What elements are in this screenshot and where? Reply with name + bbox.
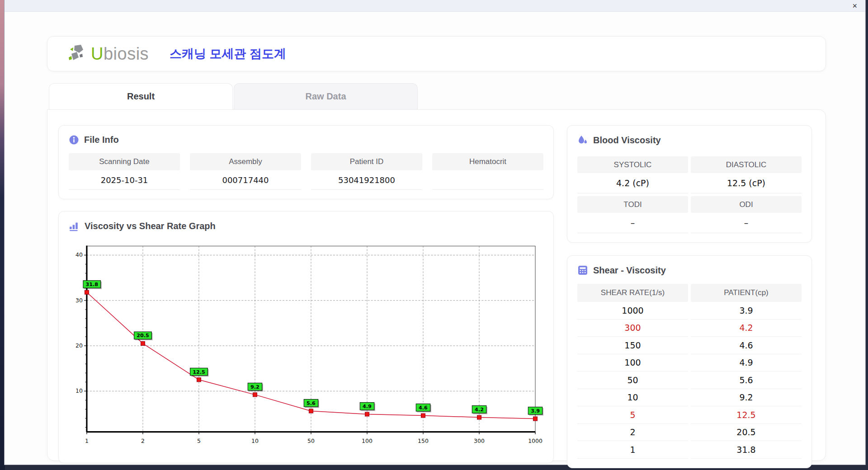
shear-rate-cell: 150 bbox=[577, 337, 688, 354]
ubiosis-logo-icon bbox=[67, 44, 88, 64]
app-header: Ubiosis 스캐닝 모세관 점도계 bbox=[47, 36, 826, 71]
shear-rate-cell: 2 bbox=[577, 424, 688, 442]
blood-viscosity-header: DIASTOLIC bbox=[691, 156, 802, 173]
svg-text:31.8: 31.8 bbox=[86, 282, 99, 287]
file-info-field-label: Hematocrit bbox=[432, 153, 543, 170]
patient-viscosity-cell: 4.2 bbox=[691, 320, 802, 337]
patient-viscosity-cell: 12.5 bbox=[691, 406, 802, 424]
svg-text:40: 40 bbox=[75, 251, 83, 258]
right-column: Blood Viscosity SYSTOLICDIASTOLIC4.2 (cP… bbox=[567, 125, 812, 450]
graph-title-row: Viscosity vs Shear Rate Graph bbox=[69, 221, 543, 231]
left-column: File Info Scanning Date2025-10-31Assembl… bbox=[58, 125, 554, 450]
shear-table-column-header: SHEAR RATE(1/s) bbox=[577, 284, 688, 302]
file-info-section: File Info Scanning Date2025-10-31Assembl… bbox=[58, 125, 554, 199]
file-info-field-scanning-date: Scanning Date2025-10-31 bbox=[69, 153, 180, 190]
table-row: 10003.9 bbox=[577, 302, 802, 320]
file-info-field-patient-id: Patient ID53041921800 bbox=[311, 153, 422, 190]
patient-viscosity-cell: 4.9 bbox=[691, 354, 802, 372]
patient-viscosity-cell: 20.5 bbox=[691, 424, 802, 442]
patient-viscosity-cell: 3.9 bbox=[691, 302, 802, 320]
file-info-title: File Info bbox=[84, 135, 119, 145]
blood-viscosity-value: 4.2 (cP) bbox=[577, 173, 688, 193]
svg-text:20.5: 20.5 bbox=[137, 333, 149, 338]
tab-raw-data[interactable]: Raw Data bbox=[234, 83, 418, 109]
app-title: 스캐닝 모세관 점도계 bbox=[170, 46, 286, 62]
blood-viscosity-value: – bbox=[691, 213, 802, 233]
svg-text:50: 50 bbox=[307, 437, 315, 444]
shear-rate-cell: 100 bbox=[577, 354, 688, 372]
shear-table-header: SHEAR RATE(1/s)PATIENT(cp) bbox=[577, 284, 802, 302]
table-row: 131.8 bbox=[577, 441, 802, 459]
svg-text:150: 150 bbox=[418, 437, 429, 444]
graph-title: Viscosity vs Shear Rate Graph bbox=[85, 221, 216, 231]
blood-viscosity-section: Blood Viscosity SYSTOLICDIASTOLIC4.2 (cP… bbox=[567, 125, 812, 243]
svg-text:30: 30 bbox=[75, 297, 83, 304]
blood-viscosity-title-row: Blood Viscosity bbox=[577, 135, 802, 146]
shear-rate-cell: 5 bbox=[577, 406, 688, 424]
file-info-field-hematocrit: Hematocrit bbox=[432, 153, 543, 190]
calculator-icon bbox=[577, 265, 588, 276]
file-info-field-label: Patient ID bbox=[311, 153, 422, 170]
tab-bar: Result Raw Data bbox=[47, 83, 826, 109]
file-info-field-label: Scanning Date bbox=[69, 153, 180, 170]
table-row: 109.2 bbox=[577, 389, 802, 407]
blood-viscosity-header: ODI bbox=[691, 196, 802, 213]
svg-text:5.6: 5.6 bbox=[307, 400, 316, 406]
app-window: × Ubiosis 스캐닝 모세관 점도계 Result Raw Data bbox=[5, 0, 865, 465]
file-info-field-assembly: Assembly000717440 bbox=[190, 153, 301, 190]
file-info-field-value bbox=[432, 170, 543, 190]
patient-viscosity-cell: 9.2 bbox=[691, 389, 802, 407]
page: Ubiosis 스캐닝 모세관 점도계 Result Raw Data File bbox=[5, 12, 865, 461]
svg-text:4.9: 4.9 bbox=[363, 404, 372, 409]
shear-viscosity-title-row: Shear - Viscosity bbox=[577, 265, 802, 276]
svg-text:10: 10 bbox=[251, 437, 259, 444]
shear-viscosity-title: Shear - Viscosity bbox=[593, 265, 666, 276]
svg-text:100: 100 bbox=[362, 437, 373, 444]
table-row: 220.5 bbox=[577, 424, 802, 442]
blood-viscosity-value: 12.5 (cP) bbox=[691, 173, 802, 193]
svg-text:12.5: 12.5 bbox=[193, 369, 205, 375]
table-row: 512.5 bbox=[577, 406, 802, 424]
viscosity-shear-rate-chart: 102030401251050100150300100031.820.512.5… bbox=[69, 240, 543, 452]
ubiosis-logo: Ubiosis bbox=[67, 44, 149, 64]
svg-text:1000: 1000 bbox=[528, 437, 542, 444]
file-info-field-value: 000717440 bbox=[190, 170, 301, 190]
file-info-field-label: Assembly bbox=[190, 153, 301, 170]
info-icon bbox=[69, 135, 79, 145]
blood-viscosity-header: TODI bbox=[577, 196, 688, 213]
table-row: 3004.2 bbox=[577, 320, 802, 337]
svg-text:3.9: 3.9 bbox=[531, 408, 540, 414]
svg-text:4.2: 4.2 bbox=[475, 407, 484, 413]
svg-text:4.6: 4.6 bbox=[419, 405, 428, 411]
blood-viscosity-value: – bbox=[577, 213, 688, 233]
svg-text:5: 5 bbox=[197, 437, 201, 444]
shear-table-column-header: PATIENT(cp) bbox=[691, 284, 802, 302]
result-panel: File Info Scanning Date2025-10-31Assembl… bbox=[47, 109, 826, 461]
file-info-field-value: 2025-10-31 bbox=[69, 170, 180, 190]
blood-viscosity-table: SYSTOLICDIASTOLIC4.2 (cP)12.5 (cP)TODIOD… bbox=[577, 154, 802, 233]
patient-viscosity-cell: 31.8 bbox=[691, 441, 802, 459]
ubiosis-logo-text: Ubiosis bbox=[91, 45, 149, 62]
svg-text:300: 300 bbox=[474, 437, 485, 444]
patient-viscosity-cell: 4.6 bbox=[691, 337, 802, 354]
table-row: 505.6 bbox=[577, 371, 802, 389]
shear-rate-cell: 300 bbox=[577, 320, 688, 337]
close-icon[interactable]: × bbox=[852, 2, 857, 10]
shear-viscosity-section: Shear - Viscosity SHEAR RATE(1/s)PATIENT… bbox=[567, 255, 812, 468]
table-row: 1504.6 bbox=[577, 337, 802, 354]
patient-viscosity-cell: 5.6 bbox=[691, 371, 802, 389]
shear-rate-cell: 10 bbox=[577, 389, 688, 407]
shear-rate-cell: 1 bbox=[577, 441, 688, 459]
bar-chart-icon bbox=[69, 221, 80, 231]
graph-section: Viscosity vs Shear Rate Graph 1020304012… bbox=[58, 211, 554, 463]
window-titlebar: × bbox=[5, 0, 865, 12]
shear-rate-cell: 50 bbox=[577, 371, 688, 389]
water-drop-icon bbox=[577, 135, 588, 146]
tab-result[interactable]: Result bbox=[49, 83, 233, 109]
blood-viscosity-title: Blood Viscosity bbox=[593, 135, 661, 146]
chart-holder: 102030401251050100150300100031.820.512.5… bbox=[69, 240, 543, 454]
file-info-title-row: File Info bbox=[69, 135, 543, 145]
shear-rate-cell: 1000 bbox=[577, 302, 688, 320]
file-info-field-value: 53041921800 bbox=[311, 170, 422, 190]
svg-text:9.2: 9.2 bbox=[250, 384, 259, 390]
